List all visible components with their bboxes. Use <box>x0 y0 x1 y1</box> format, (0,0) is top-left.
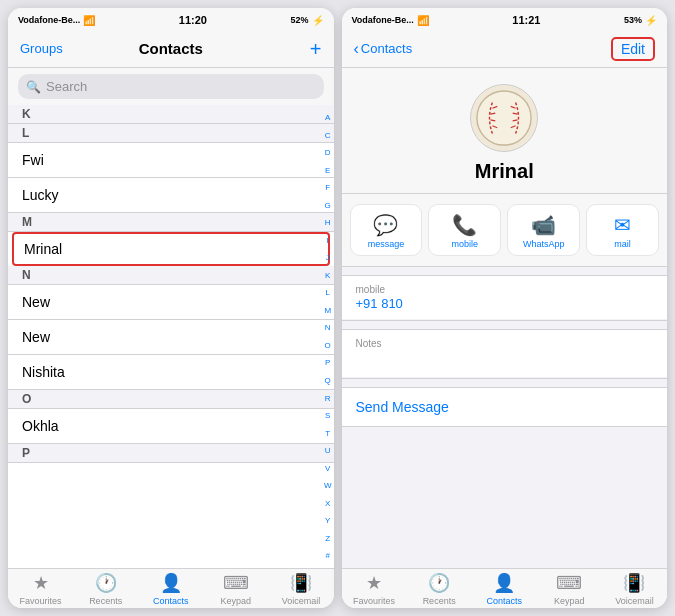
phone-value[interactable]: +91 810 <box>356 296 654 311</box>
contact-header: Mrinal <box>342 68 668 194</box>
mobile-label: mobile <box>452 239 479 249</box>
search-icon: 🔍 <box>26 80 41 94</box>
notes-label: Notes <box>356 338 654 349</box>
back-chevron-icon: ‹ <box>354 40 359 58</box>
message-button[interactable]: 💬 message <box>350 204 423 256</box>
section-p: P <box>8 444 334 463</box>
back-label: Contacts <box>361 41 412 56</box>
tab-voicemail-right[interactable]: 📳 Voicemail <box>602 573 667 606</box>
alpha-h[interactable]: H <box>325 218 331 227</box>
time-left: 11:20 <box>179 14 207 26</box>
alpha-d[interactable]: D <box>325 148 331 157</box>
recents-label-left: Recents <box>89 596 122 606</box>
whatsapp-button[interactable]: 📹 WhatsApp <box>507 204 580 256</box>
mobile-field-label: mobile <box>356 284 654 295</box>
alpha-u[interactable]: U <box>325 446 331 455</box>
alpha-w[interactable]: W <box>324 481 332 490</box>
tab-voicemail-left[interactable]: 📳 Voicemail <box>268 573 333 606</box>
search-bar: 🔍 Search <box>8 68 334 105</box>
wifi-icon-left: 📶 <box>83 15 95 26</box>
alpha-v[interactable]: V <box>325 464 330 473</box>
voicemail-icon-left: 📳 <box>290 573 312 595</box>
alpha-t[interactable]: T <box>325 429 330 438</box>
section-m: M <box>8 213 334 232</box>
alpha-index[interactable]: A C D E F G H I J K L M N O P Q R S T U … <box>324 105 332 568</box>
alpha-c[interactable]: C <box>325 131 331 140</box>
contact-name: Mrinal <box>475 160 534 183</box>
mail-button[interactable]: ✉ mail <box>586 204 659 256</box>
contact-list: K L Fwi Lucky M Mrinal N New New Nishita… <box>8 105 334 568</box>
alpha-f[interactable]: F <box>325 183 330 192</box>
keypad-icon-right: ⌨ <box>556 573 582 595</box>
alpha-z[interactable]: Z <box>325 534 330 543</box>
contacts-icon-left: 👤 <box>160 573 182 595</box>
tab-recents-left[interactable]: 🕐 Recents <box>73 573 138 606</box>
contacts-icon-right: 👤 <box>493 573 515 595</box>
section-o: O <box>8 390 334 409</box>
time-right: 11:21 <box>512 14 540 26</box>
contact-nishita[interactable]: Nishita <box>8 355 334 390</box>
status-right-left: 52% ⚡ <box>290 15 323 26</box>
alpha-i[interactable]: I <box>327 236 329 245</box>
keypad-icon-left: ⌨ <box>223 573 249 595</box>
contacts-label-left: Contacts <box>153 596 189 606</box>
mail-icon: ✉ <box>614 213 631 237</box>
tab-favourites-right[interactable]: ★ Favourites <box>342 573 407 606</box>
alpha-y[interactable]: Y <box>325 516 330 525</box>
alpha-j[interactable]: J <box>326 253 330 262</box>
back-button[interactable]: ‹ Contacts <box>354 40 413 58</box>
groups-button[interactable]: Groups <box>20 41 63 56</box>
carrier-right: Vodafone-Be... <box>352 15 414 25</box>
mobile-section: mobile +91 810 <box>342 275 668 321</box>
tab-keypad-left[interactable]: ⌨ Keypad <box>203 573 268 606</box>
alpha-o[interactable]: O <box>325 341 331 350</box>
mobile-row[interactable]: mobile +91 810 <box>342 276 668 320</box>
alpha-a[interactable]: A <box>325 113 330 122</box>
tab-keypad-right[interactable]: ⌨ Keypad <box>537 573 602 606</box>
action-row: 💬 message 📞 mobile 📹 WhatsApp ✉ mail <box>342 194 668 267</box>
alpha-k[interactable]: K <box>325 271 330 280</box>
contact-mrinal[interactable]: Mrinal <box>12 232 330 266</box>
right-phone: Vodafone-Be... 📶 11:21 53% ⚡ ‹ Contacts … <box>342 8 668 608</box>
battery-right: 53% <box>624 15 642 25</box>
battery-icon-right: ⚡ <box>645 15 657 26</box>
contact-new-2[interactable]: New <box>8 320 334 355</box>
alpha-l[interactable]: L <box>325 288 329 297</box>
message-label: message <box>368 239 405 249</box>
alpha-hash[interactable]: # <box>325 551 329 560</box>
search-placeholder: Search <box>46 79 87 94</box>
status-left: Vodafone-Be... 📶 <box>18 15 95 26</box>
keypad-label-left: Keypad <box>221 596 252 606</box>
alpha-x[interactable]: X <box>325 499 330 508</box>
contacts-label-right: Contacts <box>486 596 522 606</box>
status-bar-right: Vodafone-Be... 📶 11:21 53% ⚡ <box>342 8 668 30</box>
alpha-n[interactable]: N <box>325 323 331 332</box>
tab-contacts-left[interactable]: 👤 Contacts <box>138 573 203 606</box>
alpha-p[interactable]: P <box>325 358 330 367</box>
recents-icon-left: 🕐 <box>95 573 117 595</box>
tab-contacts-right[interactable]: 👤 Contacts <box>472 573 537 606</box>
send-message-button[interactable]: Send Message <box>356 399 449 415</box>
contact-lucky[interactable]: Lucky <box>8 178 334 213</box>
contact-fwi[interactable]: Fwi <box>8 143 334 178</box>
notes-row: Notes <box>342 330 668 378</box>
alpha-g[interactable]: G <box>325 201 331 210</box>
mobile-button[interactable]: 📞 mobile <box>428 204 501 256</box>
alpha-r[interactable]: R <box>325 394 331 403</box>
contact-new-1[interactable]: New <box>8 285 334 320</box>
search-field[interactable]: 🔍 Search <box>18 74 324 99</box>
edit-button[interactable]: Edit <box>621 41 645 57</box>
whatsapp-icon: 📹 <box>531 213 556 237</box>
notes-content[interactable] <box>356 349 654 369</box>
left-phone: Vodafone-Be... 📶 11:20 52% ⚡ Groups Cont… <box>8 8 334 608</box>
tab-favourites-left[interactable]: ★ Favourites <box>8 573 73 606</box>
alpha-m[interactable]: M <box>324 306 331 315</box>
tab-recents-right[interactable]: 🕐 Recents <box>407 573 472 606</box>
wifi-icon-right: 📶 <box>417 15 429 26</box>
add-contact-button[interactable]: + <box>310 39 322 59</box>
alpha-e[interactable]: E <box>325 166 330 175</box>
contact-okhla[interactable]: Okhla <box>8 409 334 444</box>
alpha-s[interactable]: S <box>325 411 330 420</box>
alpha-q[interactable]: Q <box>325 376 331 385</box>
voicemail-label-right: Voicemail <box>615 596 654 606</box>
